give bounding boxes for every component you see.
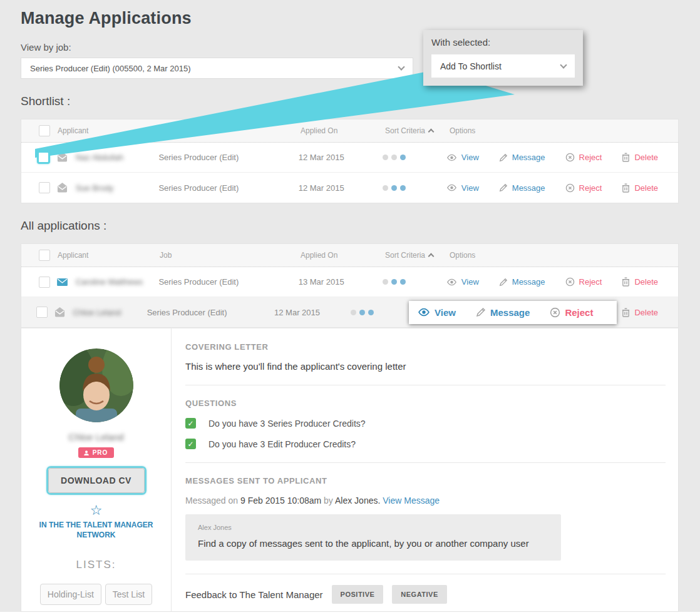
view-message-link[interactable]: View Message <box>383 496 440 506</box>
applicant-name[interactable]: Caroline Matthews <box>76 277 143 287</box>
applicant-job: Series Producer (Edit) <box>158 277 298 287</box>
select-all-checkbox[interactable] <box>39 250 50 261</box>
person-icon <box>83 450 90 456</box>
column-applicant: Applicant <box>50 251 160 260</box>
envelope-open-icon <box>54 307 66 318</box>
applicant-name[interactable]: Naz Abdullah <box>76 153 124 162</box>
view-button[interactable]: View <box>446 153 479 162</box>
page-title: Manage Applications <box>21 9 679 28</box>
sort-criteria-dots <box>383 277 446 287</box>
applicant-job: Series Producer (Edit) <box>158 183 298 193</box>
message-box-author: Alex Jones <box>198 524 548 531</box>
network-membership-label: IN THE THE TALENT MANAGER NETWORK <box>32 520 160 540</box>
column-applicant: Applicant <box>50 126 160 135</box>
message-button[interactable]: Message <box>499 277 545 287</box>
messages-heading: MESSAGES SENT TO APPLICANT <box>185 476 666 485</box>
negative-feedback-button[interactable]: NEGATIVE <box>392 585 446 604</box>
delete-button[interactable]: Delete <box>622 183 658 193</box>
message-meta: Messaged on 9 Feb 2015 10:08am by Alex J… <box>185 496 666 506</box>
with-selected-dropdown[interactable]: Add To Shortlist <box>431 54 575 78</box>
divider <box>185 385 666 385</box>
job-filter-dropdown[interactable]: Series Producer (Edit) (005500, 2 Mar 20… <box>21 58 413 79</box>
questions-heading: QUESTIONS <box>185 399 666 408</box>
with-selected-popup: With selected: Add To Shortlist <box>423 30 583 86</box>
sort-criteria-dots <box>351 308 409 317</box>
message-author: Alex Jones. <box>335 496 380 506</box>
download-cv-button[interactable]: DOWNLOAD CV <box>48 468 145 493</box>
sort-asc-icon <box>428 253 435 260</box>
checked-checkbox-icon: ✓ <box>185 418 196 429</box>
column-applied-on: Applied On <box>301 251 385 260</box>
divider <box>185 574 666 574</box>
reject-button[interactable]: Reject <box>565 183 602 193</box>
applicant-name[interactable]: Sue Brody <box>76 183 114 193</box>
covering-letter-heading: COVERING LETTER <box>185 342 666 352</box>
row-checkbox[interactable] <box>36 307 48 318</box>
list-chip[interactable]: Test List <box>105 584 152 605</box>
view-button[interactable]: View <box>418 307 456 318</box>
row-checkbox[interactable] <box>39 277 50 288</box>
message-button[interactable]: Message <box>476 307 530 318</box>
message-timestamp: 9 Feb 2015 10:08am <box>240 496 321 506</box>
divider <box>185 462 666 463</box>
column-options: Options <box>450 126 678 135</box>
question-text: Do you have 3 Edit Producer Credits? <box>208 439 356 449</box>
all-applications-table: Applicant Job Applied On Sort Criteria O… <box>21 243 679 328</box>
table-row: Sue Brody Series Producer (Edit) 12 Mar … <box>21 173 678 203</box>
all-applications-table-header: Applicant Job Applied On Sort Criteria O… <box>21 244 678 267</box>
view-button[interactable]: View <box>446 183 479 193</box>
row-checkbox[interactable] <box>39 182 50 193</box>
row-checkbox[interactable] <box>37 151 50 164</box>
applicant-detail-panel: Chloe Leland PRO DOWNLOAD CV ☆ IN THE TH… <box>21 328 679 612</box>
delete-button[interactable]: Delete <box>622 277 658 287</box>
checked-checkbox-icon: ✓ <box>185 439 196 449</box>
applied-on-date: 12 Mar 2015 <box>274 308 351 317</box>
applicant-summary-column: Chloe Leland PRO DOWNLOAD CV ☆ IN THE TH… <box>21 328 172 611</box>
feedback-row: Feedback to The Talent Manager POSITIVE … <box>185 585 666 604</box>
covering-letter-text: This is where you'll find the applicant'… <box>185 361 666 372</box>
view-button[interactable]: View <box>446 277 479 287</box>
applicant-name[interactable]: Chloe Leland <box>73 308 121 317</box>
table-row-selected: Chloe Leland Series Producer (Edit) 12 M… <box>21 297 678 327</box>
sort-criteria-dots <box>383 183 446 193</box>
applicant-name: Chloe Leland <box>68 432 123 442</box>
applied-on-date: 13 Mar 2015 <box>299 277 383 287</box>
sort-asc-icon <box>428 129 435 135</box>
list-chip[interactable]: Holding-List <box>40 584 101 605</box>
applicant-detail-column: COVERING LETTER This is where you'll fin… <box>172 328 678 611</box>
message-button[interactable]: Message <box>499 183 545 193</box>
page-footer-strip <box>0 612 700 615</box>
feedback-label: Feedback to The Talent Manager <box>185 589 323 600</box>
question-row: ✓ Do you have 3 Edit Producer Credits? <box>185 439 666 449</box>
with-selected-label: With selected: <box>431 37 575 48</box>
delete-button[interactable]: Delete <box>622 153 658 162</box>
message-preview-box: Alex Jones Find a copy of messages sent … <box>185 514 561 561</box>
shortlist-table: Applicant Applied On Sort Criteria Optio… <box>21 119 679 203</box>
question-text: Do you have 3 Series Producer Credits? <box>208 419 366 429</box>
column-sort-criteria[interactable]: Sort Criteria <box>385 251 450 260</box>
avatar <box>59 348 133 422</box>
envelope-closed-icon <box>56 278 68 287</box>
reject-button[interactable]: Reject <box>565 153 602 162</box>
lists-label: LISTS: <box>76 559 116 571</box>
select-all-checkbox[interactable] <box>39 125 50 136</box>
applied-on-date: 12 Mar 2015 <box>299 183 383 193</box>
pro-badge: PRO <box>78 447 115 458</box>
shortlist-table-header: Applicant Applied On Sort Criteria Optio… <box>21 119 678 143</box>
with-selected-value: Add To Shortlist <box>440 61 502 71</box>
question-row: ✓ Do you have 3 Series Producer Credits? <box>185 418 666 429</box>
message-box-text: Find a copy of messages sent to the appl… <box>198 538 548 549</box>
reject-button[interactable]: Reject <box>565 277 602 287</box>
positive-feedback-button[interactable]: POSITIVE <box>332 585 384 604</box>
column-job: Job <box>160 251 301 260</box>
message-button[interactable]: Message <box>499 153 545 162</box>
column-sort-criteria[interactable]: Sort Criteria <box>385 126 450 135</box>
shortlist-heading: Shortlist : <box>21 94 679 108</box>
column-applied-on: Applied On <box>301 126 385 135</box>
applicant-job: Series Producer (Edit) <box>158 153 298 162</box>
applied-on-date: 12 Mar 2015 <box>299 153 383 162</box>
sort-criteria-dots <box>383 153 446 162</box>
reject-button[interactable]: Reject <box>550 307 593 318</box>
table-row: Naz Abdullah Series Producer (Edit) 12 M… <box>21 143 678 173</box>
delete-button[interactable]: Delete <box>622 308 658 317</box>
